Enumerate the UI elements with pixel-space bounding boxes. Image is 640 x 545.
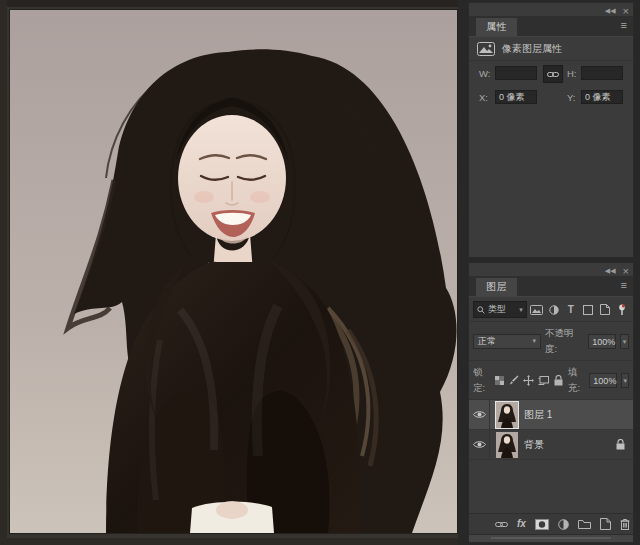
chevron-down-icon: ▾: [519, 306, 523, 314]
lock-icon: [554, 375, 563, 386]
link-icon: [495, 521, 508, 528]
layer-row-background[interactable]: 背景: [469, 430, 633, 460]
close-panel-icon[interactable]: ×: [623, 6, 629, 16]
fill-label: 填充:: [568, 364, 585, 396]
layer-thumbnail-image: [496, 432, 518, 458]
lock-position-button[interactable]: [523, 373, 534, 388]
visibility-toggle[interactable]: [469, 430, 490, 459]
blend-mode-value: 正常: [478, 335, 532, 348]
layers-tabstrip: 图层 ≡: [469, 276, 633, 297]
layer-thumbnail[interactable]: [496, 432, 518, 458]
close-panel-icon[interactable]: ×: [623, 266, 629, 276]
collapse-panels-icon[interactable]: ◀◀: [605, 6, 616, 16]
delete-layer-button[interactable]: [620, 518, 630, 530]
layer-name[interactable]: 图层 1: [524, 408, 633, 422]
filter-type-layers-button[interactable]: T: [564, 302, 578, 317]
layer-thumbnail-image: [496, 402, 518, 428]
pixel-layer-icon: [477, 42, 495, 56]
filter-pixel-layers-button[interactable]: [530, 302, 544, 317]
opacity-value[interactable]: 100%: [588, 334, 616, 349]
opacity-label: 不透明度:: [545, 325, 584, 357]
lock-artboard-button[interactable]: [538, 373, 549, 388]
link-icon: [547, 71, 559, 78]
folder-icon: [578, 519, 591, 529]
panel-dock: ◀◀ × 属性 ≡ 像素图层属性 W: H:: [458, 0, 640, 545]
filter-pin-icon: [618, 304, 626, 316]
new-layer-button[interactable]: [600, 518, 611, 530]
smart-object-icon: [600, 304, 610, 315]
artboard-icon: [538, 376, 549, 385]
adjustment-icon: [558, 519, 569, 530]
tab-layers[interactable]: 图层: [476, 278, 517, 296]
layer-name[interactable]: 背景: [524, 438, 616, 452]
lock-transparency-button[interactable]: [494, 373, 504, 388]
filter-kind-label: 类型: [488, 303, 516, 316]
layer-thumbnail[interactable]: [496, 402, 518, 428]
layers-panel: ◀◀ × 图层 ≡ 类型 ▾: [468, 262, 634, 543]
checkerboard-icon: [495, 376, 504, 385]
document-canvas[interactable]: [10, 10, 457, 533]
lock-all-button[interactable]: [553, 373, 563, 388]
fill-scrubber[interactable]: ▾: [621, 373, 629, 388]
trash-icon: [620, 518, 630, 530]
window-border-left: [0, 0, 7, 545]
lock-label: 锁定:: [473, 364, 490, 396]
lock-pixels-button[interactable]: [509, 373, 519, 388]
y-label: Y:: [567, 90, 575, 106]
panel-menu-icon[interactable]: ≡: [621, 19, 627, 31]
x-label: X:: [479, 90, 488, 106]
new-group-button[interactable]: [578, 519, 591, 529]
tab-properties[interactable]: 属性: [476, 18, 517, 36]
adjustment-icon: [549, 305, 559, 315]
collapse-panels-icon[interactable]: ◀◀: [605, 266, 616, 276]
x-input[interactable]: [495, 90, 537, 104]
shape-icon: [583, 305, 593, 315]
layer-row-layer1[interactable]: 图层 1: [469, 400, 633, 430]
fill-value[interactable]: 100%: [589, 373, 617, 388]
link-layers-button[interactable]: [495, 521, 508, 528]
background-lock-badge[interactable]: [616, 439, 625, 450]
lock-icon: [616, 439, 625, 450]
y-input[interactable]: [581, 90, 623, 104]
layer-filter-row: 类型 ▾ T: [469, 297, 633, 322]
panel-resize-handle[interactable]: [469, 534, 633, 542]
width-label: W:: [479, 66, 490, 82]
portrait-photo: [10, 10, 457, 533]
chevron-down-icon: ▾: [532, 337, 536, 345]
panel-menu-icon[interactable]: ≡: [621, 279, 627, 291]
properties-tabstrip: 属性 ≡: [469, 16, 633, 37]
image-icon: [530, 305, 543, 315]
pixel-layer-properties-row: 像素图层属性: [469, 37, 633, 61]
layer-style-button[interactable]: fx: [517, 518, 526, 530]
layer-list: 图层 1 背景: [469, 400, 633, 460]
new-layer-icon: [600, 518, 611, 530]
move-icon: [523, 375, 534, 386]
lock-row: 锁定:: [469, 361, 633, 400]
filter-toggle-button[interactable]: [615, 302, 629, 317]
blend-opacity-row: 正常 ▾ 不透明度: 100% ▾: [469, 322, 633, 361]
filter-smart-objects-button[interactable]: [598, 302, 612, 317]
height-input[interactable]: [581, 66, 623, 80]
mask-icon: [535, 519, 549, 530]
new-adjustment-layer-button[interactable]: [558, 519, 569, 530]
filter-shape-layers-button[interactable]: [581, 302, 595, 317]
link-dimensions-button[interactable]: [543, 65, 563, 83]
filter-adjustment-layers-button[interactable]: [547, 302, 561, 317]
properties-panel: ◀◀ × 属性 ≡ 像素图层属性 W: H:: [468, 2, 634, 258]
visibility-toggle[interactable]: [469, 400, 490, 429]
eye-icon: [473, 410, 486, 419]
add-mask-button[interactable]: [535, 519, 549, 530]
text-tool-icon: T: [568, 304, 574, 315]
width-input[interactable]: [495, 66, 537, 80]
opacity-scrubber[interactable]: ▾: [620, 334, 629, 349]
layers-footer: fx: [469, 513, 633, 534]
eye-icon: [473, 440, 486, 449]
pixel-layer-properties-label: 像素图层属性: [502, 42, 562, 56]
height-label: H:: [567, 66, 577, 82]
blend-mode-dropdown[interactable]: 正常 ▾: [473, 334, 541, 349]
search-icon: [477, 306, 485, 314]
filter-kind-dropdown[interactable]: 类型 ▾: [473, 301, 527, 318]
brush-icon: [509, 375, 519, 385]
